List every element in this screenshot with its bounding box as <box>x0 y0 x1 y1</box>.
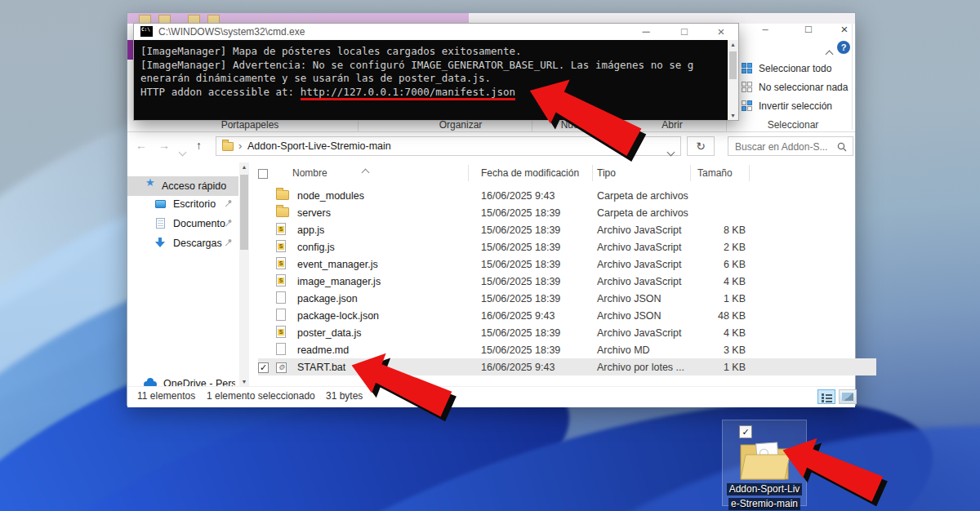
select-all-checkbox[interactable] <box>258 169 268 179</box>
ribbon-group-seleccionar: Seleccionar <box>744 119 842 131</box>
file-row[interactable]: node_modules 16/06/2025 9:43 Carpeta de … <box>258 187 876 204</box>
scrollbar-thumb[interactable] <box>729 51 737 79</box>
close-icon[interactable]: × <box>710 24 732 39</box>
minimize-icon[interactable] <box>755 22 776 37</box>
console-line: [ImageManager] Mapa de pósteres locales … <box>140 45 728 59</box>
pin-icon <box>222 237 234 249</box>
sidebar-item-quick-access[interactable]: ★ Acceso rápido <box>127 176 238 196</box>
file-row[interactable]: image_manager.js 15/06/2025 18:39 Archiv… <box>258 273 876 290</box>
js-file-icon <box>276 257 286 269</box>
documents-icon <box>156 218 165 229</box>
js-file-icon <box>276 223 286 235</box>
purple-accent-strip <box>127 40 133 60</box>
forward-icon[interactable]: → <box>158 137 170 153</box>
manifest-url: http://127.0.0.1:7000/manifest.json <box>301 86 515 98</box>
folder-icon <box>276 190 289 200</box>
details-view-icon[interactable] <box>817 389 835 404</box>
bat-file-icon <box>276 362 287 373</box>
search-input[interactable] <box>733 138 833 156</box>
status-selected: 1 elemento seleccionado <box>207 390 315 402</box>
breadcrumb[interactable]: Addon-Sport-Live-Stremio-main <box>247 137 391 155</box>
column-header-tamano[interactable]: Tamaño <box>691 165 750 181</box>
list-header: Nombre Fecha de modificación Tipo Tamaño <box>258 165 876 181</box>
recent-locations-icon[interactable] <box>180 144 185 158</box>
desktop: { "desktop": { "icon": { "label_line1": … <box>0 0 980 511</box>
ribbon-group-organizar: Organizar <box>412 119 510 131</box>
file-row[interactable]: app.js 15/06/2025 18:39 Archivo JavaScri… <box>258 221 876 238</box>
desktop-icon-checkbox[interactable]: ✓ <box>739 425 752 438</box>
js-file-icon <box>276 240 286 252</box>
back-icon[interactable]: ← <box>136 137 147 153</box>
address-dropdown-icon[interactable] <box>668 144 674 158</box>
folder-icon <box>276 207 289 217</box>
scroll-down-icon[interactable]: ▼ <box>239 379 249 384</box>
invert-selection-icon <box>742 100 754 113</box>
console-line: [ImageManager] Advertencia: No se config… <box>140 59 728 73</box>
invert-selection-button[interactable]: Invertir selección <box>759 100 857 113</box>
sidebar-item-documento[interactable]: Documento <box>127 214 238 233</box>
file-icon <box>276 291 286 304</box>
file-icon <box>276 343 286 355</box>
thumbnail-view-icon[interactable] <box>839 389 857 404</box>
js-file-icon <box>276 326 286 338</box>
select-none-button[interactable]: No seleccionar nada <box>759 81 857 94</box>
status-bar: 11 elementos 1 elemento seleccionado 31 … <box>127 386 855 407</box>
maximize-icon[interactable]: □ <box>674 24 695 39</box>
select-none-icon <box>742 82 754 94</box>
desktop-monitor-icon <box>155 200 166 208</box>
js-file-icon <box>276 274 286 287</box>
folder-icon <box>222 142 234 151</box>
file-row[interactable]: package-lock.json 16/06/2025 9:43 Archiv… <box>258 307 876 324</box>
cmd-title-bar[interactable]: C:\ C:\WINDOWS\system32\cmd.exe ─ □ × <box>134 24 738 40</box>
minimize-icon[interactable]: ─ <box>635 24 657 39</box>
column-header-fecha[interactable]: Fecha de modificación <box>469 165 593 181</box>
console-line: enerarán dinámicamente y se usarán las d… <box>140 72 728 86</box>
select-all-icon <box>742 63 754 75</box>
ribbon-separator <box>852 24 853 130</box>
column-header-nombre[interactable]: Nombre <box>292 165 469 181</box>
quick-access-star-icon: ★ <box>145 176 155 189</box>
up-icon[interactable]: ↑ <box>196 137 202 153</box>
maximize-icon[interactable] <box>798 22 819 37</box>
file-row[interactable]: config.js 15/06/2025 18:39 Archivo JavaS… <box>258 238 876 256</box>
scrollbar-thumb[interactable] <box>240 175 248 250</box>
status-total: 11 elementos <box>137 390 195 402</box>
search-box[interactable] <box>728 136 853 156</box>
column-header-tipo[interactable]: Tipo <box>593 165 691 181</box>
downloads-arrow-icon <box>155 238 165 248</box>
ribbon-group-portapapeles: Portapapeles <box>201 119 299 131</box>
select-all-button[interactable]: Seleccionar todo <box>759 62 857 75</box>
console-line: HTTP addon accessible at: http://127.0.0… <box>140 86 728 100</box>
file-row[interactable]: package.json 15/06/2025 18:39 Archivo JS… <box>258 290 876 307</box>
pin-icon <box>222 198 234 210</box>
cmd-window-title: C:\WINDOWS\system32\cmd.exe <box>158 24 305 40</box>
file-icon <box>276 309 286 321</box>
file-row[interactable]: servers 15/06/2025 18:39 Carpeta de arch… <box>258 204 876 221</box>
sidebar-item-escritorio[interactable]: Escritorio <box>127 194 238 214</box>
file-row[interactable]: poster_data.js 15/06/2025 18:39 Archivo … <box>258 324 876 341</box>
search-icon <box>837 142 847 152</box>
scroll-down-icon[interactable]: ▼ <box>728 113 738 118</box>
sidebar-scrollbar[interactable]: ▲ ▼ <box>239 162 249 386</box>
scroll-up-icon[interactable]: ▲ <box>728 42 738 47</box>
file-list: node_modules 16/06/2025 9:43 Carpeta de … <box>258 187 876 375</box>
cmd-scrollbar[interactable]: ▲ ▼ <box>728 40 738 120</box>
sidebar-item-descargas[interactable]: Descargas <box>127 233 238 253</box>
row-checkbox-checked[interactable]: ✓ <box>258 362 269 373</box>
scroll-up-icon[interactable]: ▲ <box>239 164 249 170</box>
file-row[interactable]: readme.md 15/06/2025 18:39 Archivo MD 3 … <box>258 341 876 358</box>
ribbon-collapse-icon[interactable] <box>826 46 832 60</box>
cmd-icon: C:\ <box>140 26 153 37</box>
help-icon[interactable]: ? <box>837 41 850 54</box>
refresh-icon[interactable]: ↻ <box>687 136 715 156</box>
file-row[interactable]: event_manager.js 15/06/2025 18:39 Archiv… <box>258 256 876 273</box>
breadcrumb-chevron-icon: › <box>238 137 242 155</box>
